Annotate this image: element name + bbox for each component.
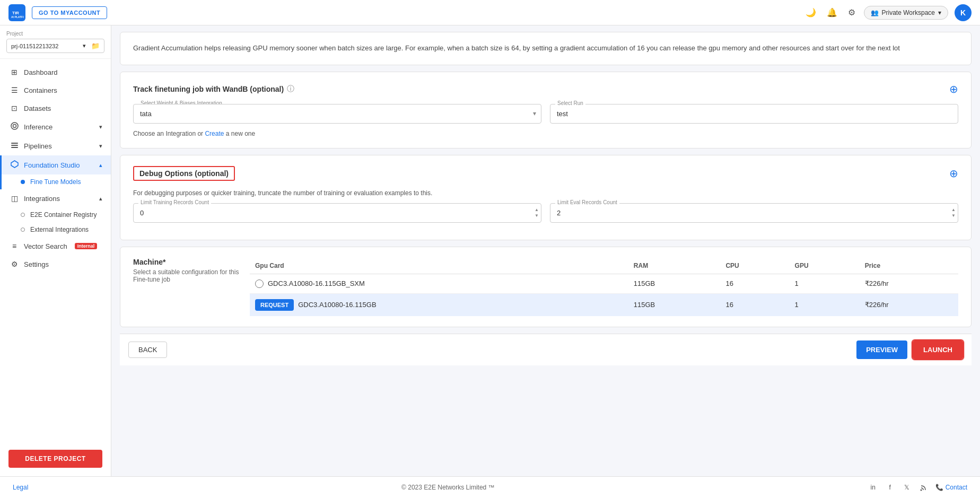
debug-description: For debugging purposes or quicker traini… [133, 189, 958, 197]
svg-point-3 [11, 123, 18, 129]
legal-link[interactable]: Legal [13, 484, 28, 491]
sidebar-bottom: DELETE PROJECT [0, 441, 111, 476]
eval-spinners: ▲ ▼ [951, 207, 956, 219]
notifications-button[interactable]: 🔔 [825, 5, 839, 20]
workspace-dropdown[interactable]: 👥 Private Workspace ▾ [864, 6, 948, 20]
footer-social: in f 𝕏 📞 Contact [868, 482, 967, 493]
sidebar-item-label: Datasets [24, 104, 51, 112]
project-dropdown[interactable]: prj-011512213232 ▾ 📁 [6, 39, 104, 53]
integrations-icon: ◫ [10, 194, 19, 203]
folder-icon: 📁 [91, 42, 100, 50]
weight-biases-select[interactable]: tata [133, 104, 541, 124]
sidebar-item-pipelines[interactable]: Pipelines ▾ [0, 136, 111, 155]
facebook-icon[interactable]: f [885, 482, 895, 493]
machine-layout: Machine* Select a suitable configuration… [133, 258, 958, 316]
project-label: Project [6, 31, 104, 37]
cpu-cell: 16 [720, 274, 789, 293]
sidebar-item-foundation-studio[interactable]: Foundation Studio ▴ [0, 155, 111, 174]
project-selector: Project prj-011512213232 ▾ 📁 [0, 25, 111, 59]
svg-rect-5 [11, 143, 18, 144]
debug-expand-button[interactable]: ⊕ [949, 167, 958, 180]
price-cell: ₹226/hr [860, 293, 958, 316]
settings-button[interactable]: ⚙ [846, 5, 858, 20]
col-header-gpu-card: Gpu Card [250, 258, 628, 274]
create-integration-link[interactable]: Create [205, 130, 224, 137]
back-button[interactable]: BACK [128, 342, 167, 358]
limit-training-input[interactable] [133, 203, 541, 223]
sidebar-item-integrations[interactable]: ◫ Integrations ▴ [0, 189, 111, 207]
eval-increment-button[interactable]: ▲ [951, 207, 956, 213]
svg-marker-8 [11, 161, 18, 168]
sidebar-item-label: Foundation Studio [24, 161, 80, 169]
preview-button[interactable]: PREVIEW [856, 340, 907, 359]
gpu-row1-radio[interactable] [255, 279, 264, 288]
gpu-card-cell: GDC3.A10080-16.115GB_SXM [250, 274, 628, 293]
wandb-section-header: Track finetuning job with WandB (optiona… [133, 83, 958, 95]
wandb-title-row: Track finetuning job with WandB (optiona… [133, 84, 294, 94]
svg-rect-6 [11, 145, 18, 146]
limit-eval-group: Limit Eval Records Count ▲ ▼ [550, 203, 958, 223]
svg-text:TIR: TIR [12, 11, 19, 15]
rss-icon[interactable] [918, 482, 929, 493]
svg-point-4 [13, 125, 16, 128]
sidebar-item-label: Dashboard [24, 68, 58, 76]
dropdown-chevron-icon: ▾ [83, 42, 86, 49]
sidebar-item-settings[interactable]: ⚙ Settings [0, 255, 111, 273]
twitter-icon[interactable]: 𝕏 [902, 482, 912, 493]
machine-card: Machine* Select a suitable configuration… [120, 247, 972, 327]
foundation-studio-chevron-icon: ▴ [99, 162, 102, 169]
table-row: REQUEST GDC3.A10080-16.115GB 115GB 16 1 … [250, 293, 958, 316]
pipelines-icon [10, 141, 19, 151]
inference-icon [10, 122, 19, 132]
table-row: GDC3.A10080-16.115GB_SXM 115GB 16 1 ₹226… [250, 274, 958, 293]
sidebar-item-containers[interactable]: ☰ Containers [0, 81, 111, 99]
debug-options-card: Debug Options (optional) ⊕ For debugging… [120, 155, 972, 240]
training-increment-button[interactable]: ▲ [534, 207, 539, 213]
sidebar-item-label: Pipelines [24, 142, 52, 150]
wandb-help-text: Choose an Integration or Create a new on… [133, 130, 958, 137]
project-dropdown-right: ▾ 📁 [83, 42, 100, 50]
integrations-chevron-icon: ▴ [99, 195, 102, 202]
top-navbar: TIR AI PLATFORM GO TO MYACCOUNT 🌙 🔔 ⚙ 👥 … [0, 0, 980, 25]
machine-label-col: Machine* Select a suitable configuration… [133, 258, 239, 316]
ram-cell: 115GB [628, 293, 721, 316]
limit-eval-input[interactable] [550, 203, 958, 223]
sidebar-item-datasets[interactable]: ⊡ Datasets [0, 99, 111, 117]
sidebar-item-vector-search[interactable]: ≡ Vector Search Internal [0, 237, 111, 255]
fine-tune-dot-icon [21, 180, 25, 184]
col-header-ram: RAM [628, 258, 721, 274]
limit-training-label: Limit Training Records Count [138, 199, 211, 205]
gpu-row1-label[interactable]: GDC3.A10080-16.115GB_SXM [255, 279, 623, 288]
sidebar-subitem-external-integrations[interactable]: External Integrations [0, 222, 111, 237]
wandb-card: Track finetuning job with WandB (optiona… [120, 72, 972, 148]
info-icon[interactable]: ⓘ [287, 84, 294, 94]
user-avatar[interactable]: K [955, 4, 972, 21]
request-button[interactable]: REQUEST [255, 299, 294, 311]
pipelines-chevron-icon: ▾ [99, 143, 102, 150]
linkedin-icon[interactable]: in [868, 482, 878, 493]
delete-project-button[interactable]: DELETE PROJECT [8, 450, 102, 468]
gpu-table: Gpu Card RAM CPU GPU Price [250, 258, 958, 316]
action-bar: BACK PREVIEW LAUNCH [120, 334, 972, 365]
svg-point-9 [921, 490, 922, 491]
go-to-account-button[interactable]: GO TO MYACCOUNT [32, 6, 107, 19]
training-decrement-button[interactable]: ▼ [534, 213, 539, 219]
wandb-expand-button[interactable]: ⊕ [949, 83, 958, 95]
eval-decrement-button[interactable]: ▼ [951, 213, 956, 219]
sidebar-subitem-e2e-container[interactable]: E2E Container Registry [0, 207, 111, 222]
gpu-cell: 1 [790, 274, 860, 293]
footer-copyright: © 2023 E2E Networks Limited ™ [401, 484, 495, 491]
select-run-input[interactable] [550, 104, 958, 124]
footer: Legal © 2023 E2E Networks Limited ™ in f… [0, 476, 980, 498]
sidebar-item-label: Vector Search [24, 242, 67, 250]
weight-biases-group: Select Weight & Biases Integration tata … [133, 104, 541, 124]
sidebar-subitem-fine-tune-models[interactable]: Fine Tune Models [0, 174, 111, 189]
sidebar-item-dashboard[interactable]: ⊞ Dashboard [0, 63, 111, 81]
gradient-accumulation-card: Gradient Accumulation helps releasing GP… [120, 32, 972, 65]
wandb-form-row: Select Weight & Biases Integration tata … [133, 104, 958, 124]
gpu-cell: 1 [790, 293, 860, 316]
sidebar-item-inference[interactable]: Inference ▾ [0, 117, 111, 136]
contact-link[interactable]: 📞 Contact [935, 484, 967, 491]
dark-mode-button[interactable]: 🌙 [803, 5, 818, 20]
launch-button[interactable]: LAUNCH [913, 340, 963, 359]
